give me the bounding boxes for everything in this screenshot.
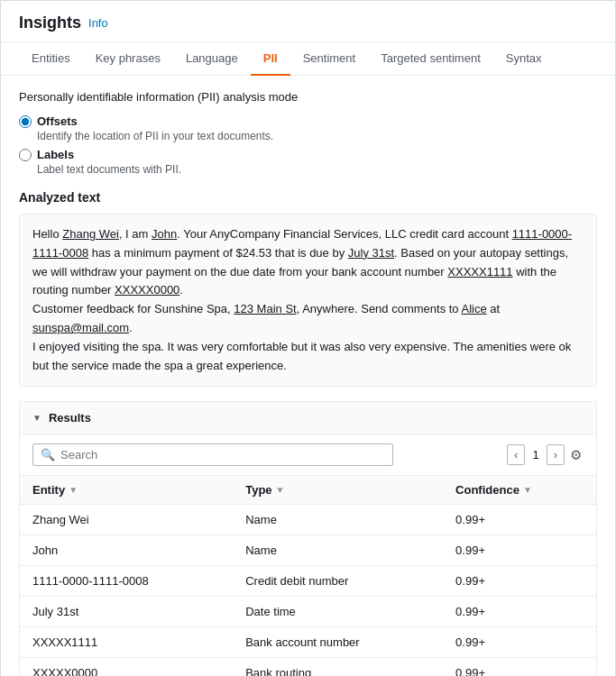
radio-group: Offsets Identify the location of PII in …	[19, 114, 597, 176]
confidence-filter-icon[interactable]: ▼	[523, 485, 532, 495]
cell-confidence-1: 0.99+	[443, 535, 596, 566]
cell-confidence-0: 0.99+	[443, 505, 596, 535]
radio-labels-input[interactable]	[19, 149, 32, 161]
results-chevron-icon: ▼	[32, 413, 41, 423]
analyzed-text-11: I enjoyed visiting the spa. It was very …	[32, 340, 571, 372]
results-title: Results	[49, 411, 91, 425]
analyzed-text-6: .	[179, 283, 183, 297]
cell-type-3: Date time	[233, 597, 443, 627]
search-input[interactable]	[60, 448, 385, 461]
table-row: XXXXX1111 Bank account number 0.99+	[20, 627, 596, 658]
analyzed-text-title: Analyzed text	[19, 190, 597, 205]
pii-mode-label: Personally identifiable information (PII…	[19, 90, 597, 104]
type-filter-icon[interactable]: ▼	[276, 485, 285, 495]
col-header-type: Type ▼	[233, 476, 443, 505]
table-header-row: Entity ▼ Type ▼ Confiden	[20, 476, 596, 505]
analyzed-text-2: . Your AnyCompany Financial Services, LL…	[177, 227, 511, 241]
table-row: Zhang Wei Name 0.99+	[20, 505, 596, 535]
cell-type-2: Credit debit number	[233, 566, 443, 597]
entity-alice: Alice	[462, 302, 487, 315]
cell-entity-3: July 31st	[20, 597, 233, 627]
page-title: Insights	[19, 14, 81, 32]
table-settings-button[interactable]: ⚙	[568, 445, 584, 465]
search-input-wrap[interactable]: 🔍	[32, 443, 393, 466]
entity-john: John	[152, 227, 177, 241]
tab-bar: Entities Key phrases Language PII Sentim…	[1, 42, 615, 76]
table-row: July 31st Date time 0.99+	[20, 597, 596, 627]
analyzed-text-box: Hello Zhang Wei, I am John. Your AnyComp…	[19, 214, 597, 387]
analyzed-text-7: Customer feedback for Sunshine Spa,	[32, 302, 234, 315]
table-body: Zhang Wei Name 0.99+ John Name 0.99+ 111…	[20, 505, 596, 676]
tab-syntax[interactable]: Syntax	[493, 42, 555, 76]
cell-confidence-4: 0.99+	[443, 627, 596, 658]
entity-july31: July 31st	[348, 246, 394, 260]
cell-entity-4: XXXXX1111	[20, 627, 233, 658]
results-header[interactable]: ▼ Results	[20, 402, 596, 434]
cell-entity-2: 1111-0000-1111-0008	[20, 566, 233, 597]
radio-labels-desc: Label text documents with PII.	[37, 163, 597, 176]
cell-confidence-5: 0.99+	[443, 658, 596, 676]
search-bar-row: 🔍 ‹ 1 › ⚙	[20, 434, 596, 476]
next-page-button[interactable]: ›	[547, 444, 565, 465]
col-header-confidence: Confidence ▼	[443, 476, 596, 505]
prev-page-button[interactable]: ‹	[507, 444, 525, 465]
cell-confidence-3: 0.99+	[443, 597, 596, 627]
pagination-row: ‹ 1 › ⚙	[507, 444, 584, 465]
cell-type-4: Bank account number	[233, 627, 443, 658]
analyzed-text-1: , I am	[119, 227, 152, 241]
cell-type-5: Bank routing	[233, 658, 443, 676]
cell-confidence-2: 0.99+	[443, 566, 596, 597]
analyzed-text-hello: Hello	[32, 227, 62, 241]
search-icon: 🔍	[41, 448, 55, 461]
radio-item-labels: Labels Label text documents with PII.	[19, 148, 597, 176]
col-entity-label: Entity	[32, 483, 65, 497]
entity-xxxxx1111: XXXXX1111	[447, 265, 512, 279]
tab-language[interactable]: Language	[173, 42, 251, 76]
results-section: ▼ Results 🔍 ‹ 1 › ⚙	[19, 401, 597, 676]
radio-offsets-desc: Identify the location of PII in your tex…	[37, 130, 597, 142]
table-row: 1111-0000-1111-0008 Credit debit number …	[20, 566, 596, 597]
cell-entity-0: Zhang Wei	[20, 505, 233, 535]
tab-entities[interactable]: Entities	[19, 42, 83, 76]
cell-entity-1: John	[20, 535, 233, 566]
radio-labels-text: Labels	[37, 148, 74, 161]
cell-type-1: Name	[233, 535, 443, 566]
table-row: XXXXX0000 Bank routing 0.99+	[20, 658, 596, 676]
col-confidence-label: Confidence	[455, 483, 519, 497]
page-number: 1	[529, 448, 542, 461]
entity-filter-icon[interactable]: ▼	[69, 485, 78, 495]
entity-zhang-wei: Zhang Wei	[62, 227, 119, 241]
tab-targeted-sentiment[interactable]: Targeted sentiment	[368, 42, 493, 76]
radio-offsets-text: Offsets	[37, 114, 78, 128]
col-header-entity: Entity ▼	[20, 476, 233, 505]
cell-entity-5: XXXXX0000	[20, 658, 233, 676]
analyzed-text-9: at	[487, 302, 500, 315]
radio-offsets-label[interactable]: Offsets	[19, 114, 597, 128]
radio-labels-label[interactable]: Labels	[19, 148, 597, 161]
tab-key-phrases[interactable]: Key phrases	[83, 42, 173, 76]
tab-sentiment[interactable]: Sentiment	[290, 42, 369, 76]
page-header: Insights Info	[1, 1, 615, 42]
col-type-label: Type	[245, 483, 271, 497]
tab-pii[interactable]: PII	[251, 42, 290, 76]
entity-123-main-st: 123 Main St	[234, 302, 296, 315]
table-row: John Name 0.99+	[20, 535, 596, 566]
radio-item-offsets: Offsets Identify the location of PII in …	[19, 114, 597, 142]
entity-xxxxx0000: XXXXX0000	[115, 283, 179, 297]
analyzed-text-10: .	[129, 321, 133, 334]
main-content: Personally identifiable information (PII…	[1, 76, 615, 676]
radio-offsets-input[interactable]	[19, 115, 32, 128]
cell-type-0: Name	[233, 505, 443, 535]
analyzed-text-3: has a minimum payment of $24.53 that is …	[88, 246, 348, 260]
info-link[interactable]: Info	[88, 16, 108, 30]
results-table: Entity ▼ Type ▼ Confiden	[20, 476, 596, 676]
analyzed-text-8: , Anywhere. Send comments to	[297, 302, 462, 315]
entity-email: sunspa@mail.com	[32, 321, 129, 334]
